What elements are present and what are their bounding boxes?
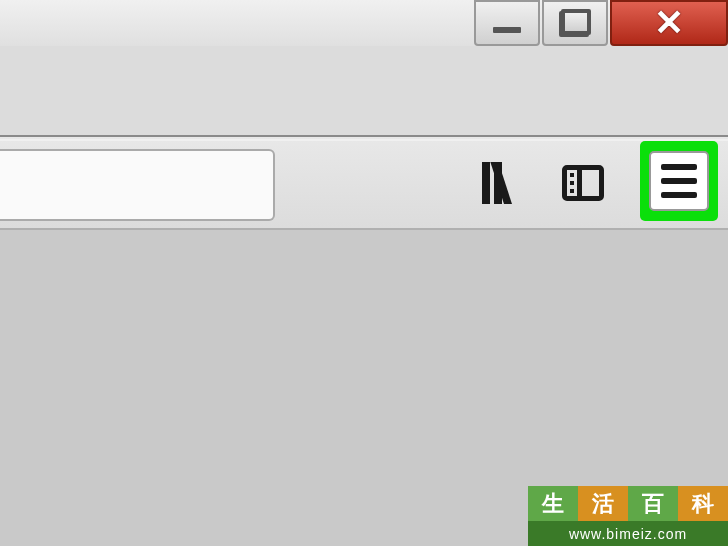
sidebar-toggle-button[interactable] — [559, 159, 607, 207]
title-bar: ✕ — [0, 0, 728, 46]
maximize-button[interactable] — [542, 0, 608, 46]
browser-toolbar — [0, 135, 728, 230]
watermark-char: 活 — [578, 486, 628, 521]
search-input[interactable] — [0, 149, 275, 221]
library-icon — [480, 162, 524, 204]
library-button[interactable] — [478, 159, 526, 207]
window-controls: ✕ — [474, 0, 728, 46]
hamburger-icon — [661, 164, 697, 170]
watermark: 生 活 百 科 www.bimeiz.com — [528, 486, 728, 546]
tutorial-highlight — [640, 141, 718, 221]
minimize-icon — [493, 27, 521, 33]
sidebar-icon — [562, 165, 604, 201]
hamburger-menu-button[interactable] — [649, 151, 709, 211]
close-button[interactable]: ✕ — [610, 0, 728, 46]
minimize-button[interactable] — [474, 0, 540, 46]
watermark-char: 生 — [528, 486, 578, 521]
tab-strip-area — [0, 46, 728, 135]
maximize-icon — [561, 11, 589, 35]
watermark-url: www.bimeiz.com — [528, 521, 728, 546]
close-icon: ✕ — [654, 2, 684, 44]
watermark-char: 科 — [678, 486, 728, 521]
watermark-char: 百 — [628, 486, 678, 521]
